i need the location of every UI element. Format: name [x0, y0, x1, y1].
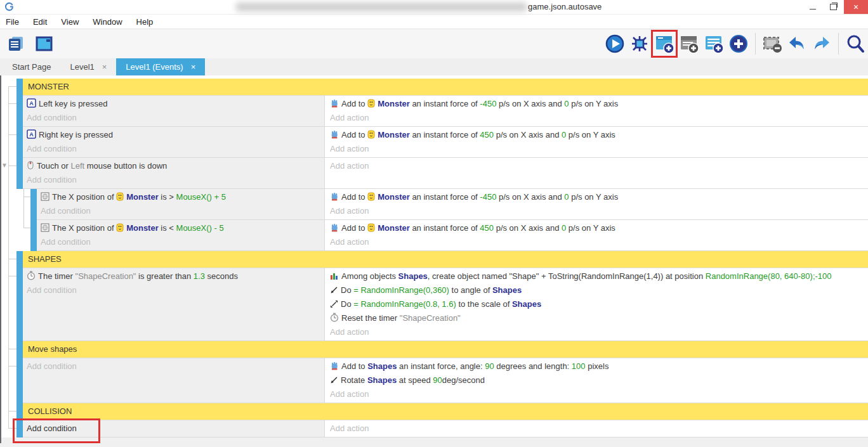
- conditions-cell[interactable]: The timer "ShapeCreation" is greater tha…: [23, 268, 325, 341]
- add-action-placeholder[interactable]: Add action: [329, 235, 868, 249]
- event-handle-bar[interactable]: [16, 127, 23, 158]
- add-condition-placeholder[interactable]: Add condition: [25, 283, 324, 297]
- undo-icon[interactable]: [786, 32, 808, 55]
- condition-line[interactable]: ARight key is pressed: [25, 128, 324, 142]
- event-handle-bar[interactable]: [16, 268, 23, 341]
- menu-item-edit[interactable]: Edit: [32, 17, 54, 27]
- actions-cell[interactable]: Add action: [325, 158, 868, 189]
- conditions-cell[interactable]: Add condition: [23, 420, 325, 437]
- add-condition-placeholder[interactable]: Add condition: [25, 142, 324, 156]
- tab-label: Start Page: [12, 62, 51, 72]
- action-line[interactable]: Reset the timer "ShapeCreation": [329, 311, 868, 325]
- add-action-placeholder[interactable]: Add action: [329, 111, 868, 125]
- event-row: ▼Touch or Left mouse button is downAdd c…: [0, 158, 868, 189]
- event-handle-bar[interactable]: [16, 158, 23, 189]
- event-handle-bar[interactable]: [16, 341, 23, 358]
- restore-button[interactable]: [823, 0, 844, 14]
- scene-editor-icon[interactable]: [33, 32, 55, 55]
- condition-line[interactable]: The X position of Monster is < MouseX() …: [39, 221, 324, 235]
- actions-cell[interactable]: Add to Monster an instant force of 450 p…: [325, 127, 868, 158]
- actions-cell[interactable]: Add to Monster an instant force of 450 p…: [325, 220, 868, 251]
- conditions-cell[interactable]: The X position of Monster is < MouseX() …: [37, 220, 325, 251]
- action-line[interactable]: Do = RandomInRange(0.8, 1.6) to the scal…: [329, 297, 868, 311]
- action-line[interactable]: Add to Monster an instant force of 450 p…: [329, 221, 868, 235]
- add-new-icon[interactable]: [728, 32, 749, 55]
- group-header[interactable]: Move shapes: [23, 341, 868, 358]
- actions-cell[interactable]: Add to Monster an instant force of -450 …: [325, 96, 868, 127]
- tab-close-icon[interactable]: ×: [191, 62, 196, 72]
- collapse-arrow-icon[interactable]: ▼: [1, 162, 8, 169]
- play-icon[interactable]: [604, 32, 626, 55]
- condition-line[interactable]: The X position of Monster is > MouseX() …: [39, 190, 324, 204]
- conditions-cell[interactable]: ARight key is pressedAdd condition: [23, 127, 325, 158]
- action-line[interactable]: Add to Monster an instant force of 450 p…: [329, 128, 868, 142]
- redo-icon[interactable]: [811, 32, 832, 55]
- action-line[interactable]: Add to Monster an instant force of -450 …: [329, 190, 868, 204]
- event-handle-bar[interactable]: [16, 96, 23, 127]
- event-handle-bar[interactable]: [30, 220, 37, 251]
- instruction-text: Do: [341, 285, 353, 295]
- event-handle-bar[interactable]: [16, 403, 23, 420]
- close-button[interactable]: ×: [844, 0, 868, 14]
- conditions-cell[interactable]: ALeft key is pressedAdd condition: [23, 96, 325, 127]
- add-comment-icon[interactable]: [678, 32, 700, 55]
- action-line[interactable]: Among objects Shapes, create object name…: [329, 269, 868, 283]
- conditions-cell[interactable]: The X position of Monster is > MouseX() …: [37, 189, 325, 220]
- delete-event-icon[interactable]: [761, 32, 783, 55]
- add-action-placeholder[interactable]: Add action: [329, 422, 868, 436]
- conditions-cell[interactable]: Add condition: [23, 358, 325, 403]
- add-condition-placeholder[interactable]: Add condition: [39, 204, 324, 218]
- action-line[interactable]: Do = RandomInRange(0,360) to angle of Sh…: [329, 283, 868, 297]
- instruction-text: p/s on Y axis: [569, 192, 619, 202]
- action-line[interactable]: Add to Shapes an instant force, angle: 9…: [329, 360, 868, 373]
- tree-line: [8, 96, 9, 127]
- menu-item-file[interactable]: File: [5, 17, 26, 27]
- event-handle-bar[interactable]: [16, 251, 23, 268]
- parameter-value: -450: [480, 99, 496, 108]
- condition-line[interactable]: ALeft key is pressed: [25, 97, 324, 111]
- group-header[interactable]: MONSTER: [23, 79, 868, 96]
- event-row: The X position of Monster is < MouseX() …: [0, 220, 868, 251]
- tree-stub: [8, 86, 16, 87]
- add-action-placeholder[interactable]: Add action: [329, 159, 868, 173]
- event-handle-bar[interactable]: [16, 79, 23, 96]
- search-icon[interactable]: [845, 32, 866, 55]
- action-line[interactable]: Rotate Shapes at speed 90deg/second: [329, 373, 868, 387]
- parameter-value: 90: [433, 375, 442, 385]
- debug-icon[interactable]: [629, 32, 650, 55]
- add-condition-placeholder[interactable]: Add condition: [25, 360, 324, 373]
- tab-close-icon[interactable]: ×: [102, 62, 107, 72]
- add-action-placeholder[interactable]: Add action: [329, 325, 868, 339]
- actions-cell[interactable]: Add to Monster an instant force of -450 …: [325, 189, 868, 220]
- tab-level1-events-[interactable]: Level1 (Events)×: [116, 58, 205, 75]
- add-action-placeholder[interactable]: Add action: [329, 142, 868, 156]
- menu-item-view[interactable]: View: [60, 17, 86, 27]
- event-handle-bar[interactable]: [16, 358, 23, 403]
- add-subevent-icon[interactable]: [703, 32, 725, 55]
- actions-cell[interactable]: Add action: [325, 420, 868, 437]
- condition-line[interactable]: The timer "ShapeCreation" is greater tha…: [25, 269, 324, 283]
- minimize-button[interactable]: [802, 0, 823, 14]
- event-handle-bar[interactable]: [16, 420, 23, 437]
- group-header[interactable]: COLLISION: [23, 403, 868, 420]
- menu-item-window[interactable]: Window: [92, 17, 129, 27]
- condition-line[interactable]: Touch or Left mouse button is down: [25, 159, 324, 173]
- add-action-placeholder[interactable]: Add action: [329, 387, 868, 401]
- event-handle-bar[interactable]: [30, 189, 37, 220]
- add-condition-placeholder[interactable]: Add condition: [25, 173, 324, 187]
- add-action-placeholder[interactable]: Add action: [329, 204, 868, 218]
- add-condition-placeholder[interactable]: Add condition: [25, 111, 324, 125]
- object-name: Monster: [126, 192, 159, 202]
- tab-level1[interactable]: Level1×: [60, 58, 116, 75]
- action-line[interactable]: Add to Monster an instant force of -450 …: [329, 97, 868, 111]
- add-condition-placeholder[interactable]: Add condition: [25, 422, 324, 436]
- project-manager-icon[interactable]: [5, 32, 27, 55]
- group-header[interactable]: SHAPES: [23, 251, 868, 268]
- tab-start-page[interactable]: Start Page: [3, 58, 60, 75]
- actions-cell[interactable]: Add to Shapes an instant force, angle: 9…: [325, 358, 868, 403]
- actions-cell[interactable]: Among objects Shapes, create object name…: [325, 268, 868, 341]
- conditions-cell[interactable]: Touch or Left mouse button is downAdd co…: [23, 158, 325, 189]
- add-condition-placeholder[interactable]: Add condition: [39, 235, 324, 249]
- menu-item-help[interactable]: Help: [136, 17, 161, 27]
- add-event-icon[interactable]: [654, 32, 675, 55]
